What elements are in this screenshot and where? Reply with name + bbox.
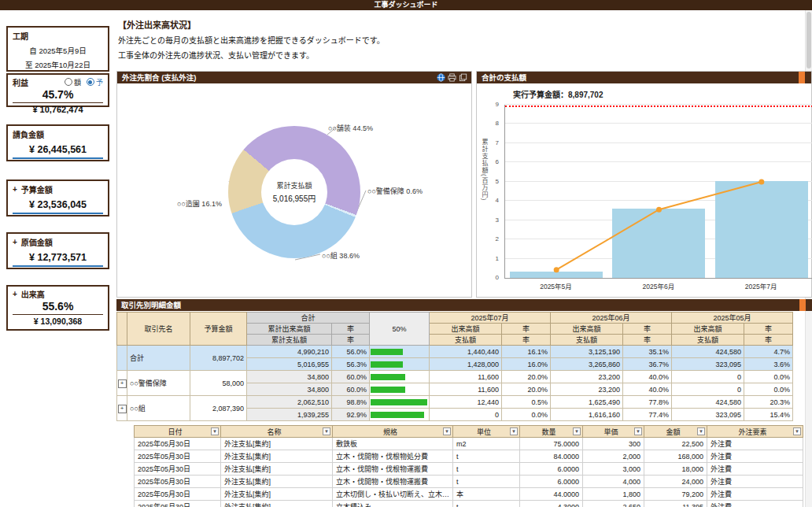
period-from: 自 2025年5月9日	[13, 45, 103, 56]
x-axis: 2025年5月2025年6月2025年7月	[504, 281, 812, 291]
col-label: 単価	[604, 428, 618, 436]
y-tick-label: 4	[496, 197, 499, 204]
filter-icon[interactable]: ▼	[211, 427, 219, 435]
x-tick-label: 2025年7月	[710, 281, 812, 291]
date-cell: 2025年05月30日	[135, 450, 221, 463]
filter-icon[interactable]: ▼	[510, 427, 518, 435]
y-tick-label: 3	[496, 216, 499, 224]
filter-icon[interactable]: ▼	[443, 427, 451, 435]
month-header-05: 2025年05月	[672, 313, 793, 324]
unit-cell: t	[453, 463, 520, 476]
profit-radio-budget[interactable]: 予	[87, 77, 103, 87]
donut-label-zoen: ○○造園 16.1%	[177, 198, 222, 209]
col-spec: 規格▼	[333, 426, 453, 438]
month-rate-cell: 40.0%	[623, 383, 672, 396]
date-cell: 2025年05月30日	[135, 476, 221, 488]
qty-cell: 6.0000	[520, 463, 583, 476]
budget-cell: 58,000	[190, 371, 247, 396]
month-rate-cell: 16.1%	[502, 346, 551, 358]
qty-cell: 75.0000	[520, 438, 583, 450]
radio-icon[interactable]	[65, 78, 72, 86]
expand-button[interactable]: +	[118, 379, 127, 388]
progress-box: +出来高 55.6% ¥ 13,090,368	[6, 285, 109, 331]
filter-icon[interactable]: ▼	[323, 427, 330, 435]
budget-amount-title: 予算金額	[21, 183, 53, 195]
vendor-pivot-table: 取引先名 予算金額 合計 50% 2025年07月 2025年06月 2025年…	[116, 312, 793, 421]
budget-cell: 2,087,390	[190, 396, 247, 421]
col-qty: 数量▼	[520, 426, 583, 438]
spec-cell: 立木切倒し・枝払い切断え、立木…	[333, 488, 453, 501]
payment-bar[interactable]	[612, 209, 705, 278]
print-icon[interactable]	[448, 73, 456, 82]
intro-line1: 外注先ごとの毎月の支払額と出来高進捗を把握できるダッシュボードです。	[118, 34, 385, 46]
filter-icon[interactable]: ▼	[634, 427, 642, 435]
category-cell: 外注費	[707, 450, 803, 463]
unitprice-cell: 2,000	[583, 450, 644, 463]
date-cell: 2025年05月30日	[135, 501, 221, 507]
pivot-row: +○○組2,087,3902,062,51098.8%12,4400.5%1,6…	[117, 396, 793, 409]
x-tick-label: 2025年5月	[504, 281, 607, 291]
cum-rate-cell: 56.3%	[332, 358, 370, 371]
detail-row: 2025年05月30日外注支払[集約]立木・伐開物・伐根物処分費t84.0000…	[135, 450, 803, 463]
radio-selected-icon[interactable]	[87, 78, 94, 86]
vendor-name-cell: ○○組	[127, 396, 190, 421]
donut-label-hoso: ○○舗装 44.5%	[328, 123, 373, 133]
scrollbar-thumb[interactable]	[806, 12, 811, 68]
progress-row-header: 出来高額	[430, 324, 502, 335]
rate-header: 率	[332, 335, 370, 346]
profit-radio-amount[interactable]: 額	[65, 77, 81, 87]
payment-bar[interactable]	[715, 181, 808, 278]
plot-area	[504, 105, 812, 279]
filter-icon[interactable]: ▼	[793, 427, 801, 435]
cum-value-cell: 34,800	[247, 383, 332, 396]
col-unitprice: 単価▼	[583, 426, 644, 438]
name-cell: 外注支払[集約]	[221, 438, 333, 450]
budget-cell: 8,897,702	[190, 346, 247, 371]
filter-icon[interactable]: ▼	[573, 427, 581, 435]
amount-cell: 22,500	[644, 438, 707, 450]
total-payment-panel: 合計の支払額 実行予算金額：8,897,702 累計支払額(百万円) 01234…	[476, 71, 812, 298]
copy-icon[interactable]	[459, 73, 467, 82]
contract-amount-value: ¥ 26,445,561	[13, 144, 103, 159]
donut-chart-area: 累計支払額 5,016,955円 ○○舗装 44.5% ○○警備保障 0.6% …	[117, 83, 471, 297]
budget-amount-value: ¥ 23,536,045	[13, 199, 103, 214]
expand-button[interactable]: +	[118, 405, 127, 413]
cum-value-cell: 4,990,210	[247, 346, 332, 358]
intro-heading: 【外注出来高状況】	[118, 18, 385, 31]
month-value-cell: 23,200	[551, 371, 623, 383]
unit-cell: t	[453, 450, 520, 463]
progress-bar-cell	[370, 346, 430, 358]
window-title-bar: 工事ダッシュボード	[0, 0, 812, 10]
expand-toggle[interactable]: +	[13, 238, 17, 246]
payment-bar[interactable]	[510, 272, 603, 278]
period-to: 至 2025年10月22日	[13, 59, 103, 70]
payment-chart-area: 実行予算金額：8,897,702 累計支払額(百万円) 0123456789 2…	[477, 83, 811, 297]
profit-title: 利益	[13, 76, 28, 88]
month-value-cell: 11,600	[430, 383, 502, 396]
name-cell: 外注支払[集約]	[221, 450, 333, 463]
col-label: 規格	[383, 428, 397, 436]
month-value-cell: 12,440	[430, 396, 502, 409]
unitprice-cell: 1,800	[583, 488, 644, 501]
spec-cell: 立木・伐開物・伐根物運搬費	[333, 463, 453, 476]
construction-dashboard: 工事ダッシュボード 工期 自 2025年5月9日 至 2025年10月22日 利…	[0, 0, 812, 507]
col-unit: 単位▼	[453, 426, 520, 438]
vendor-detail-header: 取引先別明細金額	[116, 299, 812, 311]
header-accent	[799, 299, 806, 311]
detail-row: 2025年05月30日外注支払[集約]敷鉄板m275.000030022,500…	[135, 438, 803, 450]
month-value-cell: 424,580	[672, 396, 744, 409]
y-tick-label: 0	[496, 274, 499, 281]
y-tick-label: 5	[496, 178, 499, 185]
cum-rate-cell: 60.0%	[332, 371, 370, 383]
radio-label: 額	[74, 79, 81, 87]
progress-bar-cell	[370, 371, 430, 383]
filter-icon[interactable]: ▼	[697, 427, 705, 435]
globe-icon[interactable]	[437, 73, 445, 82]
detail-header-row: 日付▼ 名称▼ 規格▼ 単位▼ 数量▼ 単価▼ 金額▼ 外注要素▼	[135, 426, 803, 438]
amount-cell: 24,000	[644, 476, 707, 488]
vendor-name-cell: ○○警備保障	[127, 371, 190, 396]
expand-toggle[interactable]: +	[13, 185, 17, 194]
pivot-row: +○○警備保障58,00034,80060.0%11,60020.0%23,20…	[117, 371, 793, 383]
progress-row-header: 出来高額	[551, 324, 623, 335]
expand-toggle[interactable]: +	[13, 290, 17, 298]
